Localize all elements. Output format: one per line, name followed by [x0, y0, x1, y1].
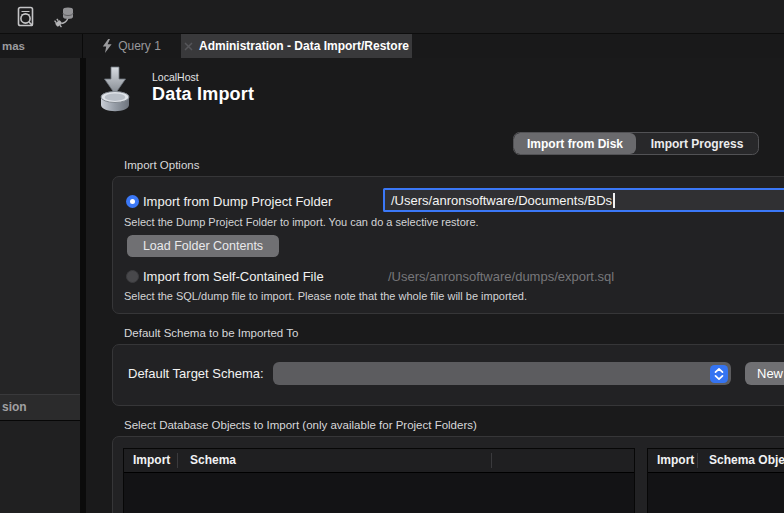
main-toolbar [0, 0, 784, 34]
sidebar-lower-panel [0, 421, 80, 513]
default-schema-title: Default Schema to be Imported To [124, 327, 298, 339]
dropdown-stepper-icon [710, 365, 728, 383]
editor-tab-bar: mas Query 1 Administration - Data Import… [0, 34, 784, 59]
tab-import-from-disk[interactable]: Import from Disk [514, 133, 636, 154]
radio-import-from-file[interactable] [126, 270, 139, 283]
import-from-file-label: Import from Self-Contained File [143, 269, 324, 284]
tab-administration-data-import[interactable]: Administration - Data Import/Restore [181, 34, 412, 58]
page-title: Data Import [152, 84, 254, 105]
dump-folder-path-value: /Users/anronsoftware/Documents/BDs [391, 193, 612, 208]
schemas-table[interactable]: Import Schema [123, 448, 635, 513]
database-connection-icon[interactable] [51, 4, 77, 30]
schemas-col-import: Import [133, 449, 170, 472]
lightning-icon [102, 39, 112, 53]
load-folder-contents-button[interactable]: Load Folder Contents [127, 235, 279, 257]
default-target-schema-label: Default Target Schema: [128, 366, 264, 381]
objects-col-schema-objects: Schema Objects [709, 449, 784, 472]
folder-hint: Select the Dump Project Folder to import… [124, 216, 479, 228]
tab-query-1[interactable]: Query 1 [82, 34, 182, 58]
schemas-panel-header[interactable]: mas [0, 34, 83, 58]
new-schema-button[interactable]: New [745, 362, 784, 385]
schemas-col-schema: Schema [190, 449, 236, 472]
file-hint: Select the SQL/dump file to import. Plea… [124, 290, 527, 302]
self-contained-file-path: /Users/anronsoftware/dumps/export.sql [388, 269, 614, 284]
data-import-page: LocalHost Data Import Import from Disk I… [86, 58, 784, 513]
schemas-panel-label: mas [0, 40, 25, 52]
schemas-table-header: Import Schema [124, 449, 634, 473]
schema-objects-table[interactable]: Import Schema Objects [647, 448, 784, 513]
import-from-folder-label: Import from Dump Project Folder [143, 194, 332, 209]
left-sidebar: sion [0, 58, 80, 513]
connection-name: LocalHost [152, 71, 199, 83]
text-cursor [613, 193, 615, 208]
tab-administration-label: Administration - Data Import/Restore [199, 39, 409, 53]
new-query-report-icon[interactable] [13, 4, 39, 30]
column-divider[interactable] [697, 453, 698, 468]
schema-objects-table-header: Import Schema Objects [648, 449, 784, 473]
data-import-icon [95, 66, 135, 116]
select-objects-title: Select Database Objects to Import (only … [124, 419, 477, 431]
session-section-label: sion [0, 400, 27, 414]
radio-import-from-folder[interactable] [126, 195, 139, 208]
tab-close-icon[interactable] [184, 42, 193, 51]
tab-query-1-label: Query 1 [118, 39, 161, 53]
dump-folder-path-input[interactable]: /Users/anronsoftware/Documents/BDs [383, 188, 784, 212]
mysql-workbench-window: mas Query 1 Administration - Data Import… [0, 0, 784, 513]
default-target-schema-dropdown[interactable] [273, 362, 731, 385]
session-section-header[interactable]: sion [0, 394, 80, 422]
dropdown-selected-value [273, 366, 281, 381]
import-view-switch: Import from Disk Import Progress [513, 132, 759, 155]
column-divider[interactable] [491, 453, 492, 468]
tab-import-progress[interactable]: Import Progress [636, 133, 758, 154]
import-options-title: Import Options [124, 159, 199, 171]
column-divider[interactable] [177, 453, 178, 468]
objects-col-import: Import [657, 449, 694, 472]
